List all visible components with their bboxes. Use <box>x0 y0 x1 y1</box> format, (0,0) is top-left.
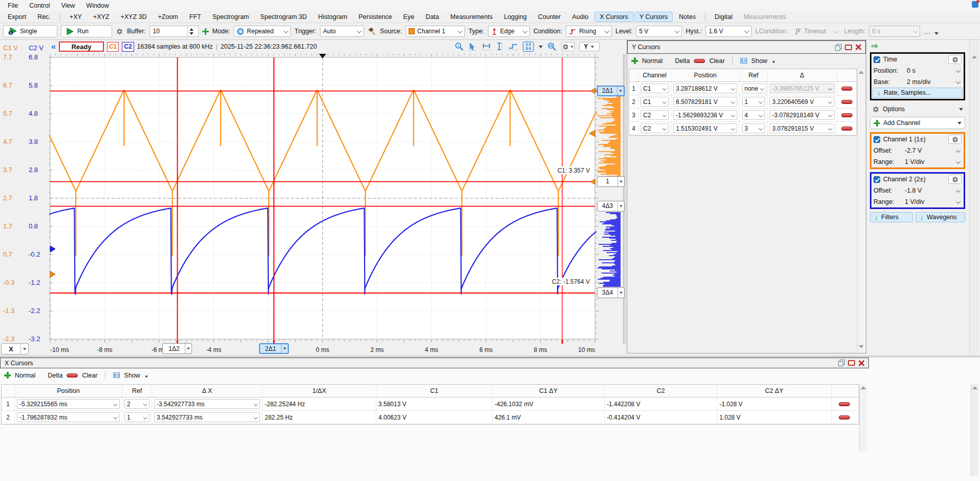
trigger-dropdown[interactable]: Auto <box>320 26 364 37</box>
slope-cursor-icon[interactable] <box>508 43 518 51</box>
show-columns-button[interactable]: Show <box>751 57 767 65</box>
x-axis-menu-button[interactable]: X <box>1 343 29 354</box>
channel2-badge[interactable]: C2 <box>122 42 134 52</box>
tab-spectrogram-3d[interactable]: Spectrogram 3D <box>255 12 312 22</box>
cursor-ref-dropdown[interactable]: 1 <box>122 411 152 424</box>
channel1-offset-dropdown[interactable]: -2.7 V <box>903 145 962 156</box>
show-columns-icon[interactable] <box>113 372 120 378</box>
tab--zoom[interactable]: +Zoom <box>153 12 183 22</box>
tab-histogram[interactable]: Histogram <box>313 12 352 22</box>
scroll-up-icon[interactable] <box>859 71 864 74</box>
cursor-position-dropdown[interactable]: -1.5629893238 V <box>671 109 740 121</box>
remove-cursor-button[interactable] <box>837 82 857 95</box>
run-button[interactable]: Run <box>61 25 112 37</box>
add-mode-icon[interactable] <box>202 28 209 35</box>
tab-x-cursors[interactable]: X Cursors <box>594 12 633 22</box>
undock-icon[interactable] <box>835 44 842 51</box>
hyst-dropdown[interactable]: 1.6 V <box>706 26 752 37</box>
time-base-dropdown[interactable]: 2 ms/div <box>905 77 962 87</box>
remove-cursor-button[interactable] <box>837 122 857 135</box>
add-normal-cursor-button[interactable]: Normal <box>15 372 35 379</box>
show-columns-caret[interactable] <box>772 61 775 64</box>
type-dropdown[interactable]: Edge <box>488 26 530 37</box>
channel1-range-dropdown[interactable]: 1 V/div <box>903 157 962 167</box>
toolbar-overflow-button[interactable]: ... <box>924 28 931 35</box>
tab-rec-[interactable]: Rec. <box>32 12 56 22</box>
clear-cursors-icon[interactable] <box>67 373 78 378</box>
channel1-enabled-checkbox[interactable] <box>874 136 880 143</box>
tab--xyz[interactable]: +XYZ <box>88 12 115 22</box>
tab-logging[interactable]: Logging <box>499 12 532 22</box>
cursor-delta-dropdown[interactable]: 3.078291815 V <box>768 122 837 135</box>
show-columns-button[interactable]: Show <box>124 372 140 379</box>
add-delta-cursor-button[interactable]: Delta <box>48 372 62 379</box>
time-gear-button[interactable] <box>948 55 962 64</box>
add-normal-cursor-button[interactable]: Normal <box>642 57 663 65</box>
maximize-icon[interactable] <box>845 45 852 50</box>
close-icon[interactable] <box>855 44 861 50</box>
filters-button[interactable]: ↓ Filters <box>870 212 913 222</box>
undock-icon[interactable] <box>838 360 845 366</box>
buffer-spin-arrows[interactable] <box>187 26 195 37</box>
toolbar-overflow-caret[interactable] <box>934 32 939 35</box>
history-back-icon[interactable]: « <box>51 42 56 51</box>
tab-audio[interactable]: Audio <box>567 12 593 22</box>
menu-control[interactable]: Control <box>24 1 55 10</box>
cursor-channel-dropdown[interactable]: C1 <box>638 95 671 108</box>
tab-eye[interactable]: Eye <box>398 12 420 22</box>
cursor-channel-dropdown[interactable]: C2 <box>638 122 671 135</box>
y-cursors-scrollbar[interactable] <box>857 69 865 351</box>
y-axis-menu-button[interactable]: Y <box>579 42 600 51</box>
clear-cursors-icon[interactable] <box>694 59 705 63</box>
clear-cursors-button[interactable]: Clear <box>709 57 725 65</box>
buffer-spinbox[interactable]: 10 <box>150 26 199 37</box>
cursor-delta-x-dropdown[interactable]: 3.542927733 ms <box>152 411 263 424</box>
tab-measurements[interactable]: Measurements <box>445 12 498 22</box>
remove-cursor-button[interactable] <box>832 398 857 410</box>
source-dropdown[interactable]: Channel 1 <box>406 26 465 37</box>
cursor-channel-dropdown[interactable]: C1 <box>638 82 671 95</box>
cursor-delta-x-dropdown[interactable]: -3.542927733 ms <box>152 398 263 410</box>
tab-counter[interactable]: Counter <box>533 12 566 22</box>
options-row[interactable]: Options <box>870 103 965 115</box>
cursor-delta-dropdown[interactable]: -3.3985765125 V <box>768 82 837 95</box>
add-normal-cursor-icon[interactable] <box>631 57 638 64</box>
channel2-gear-button[interactable] <box>948 175 962 184</box>
maximize-icon[interactable] <box>848 360 855 366</box>
y-cursor-flag-2Δ1[interactable]: 2Δ1 <box>597 86 625 96</box>
scroll-up-icon[interactable] <box>861 386 866 389</box>
x-cursors-scrollbar[interactable] <box>859 384 867 452</box>
menu-view[interactable]: View <box>55 1 80 10</box>
tab--xy[interactable]: +XY <box>65 12 87 22</box>
cursor-ref-dropdown[interactable]: 3 <box>740 122 768 135</box>
zoom-digits-icon[interactable]: 88 <box>547 42 557 51</box>
time-enabled-checkbox[interactable] <box>874 56 880 63</box>
cursor-ref-dropdown[interactable]: none <box>740 82 768 95</box>
mode-dropdown[interactable]: Repeated <box>233 26 291 37</box>
channel2-offset-dropdown[interactable]: -1.8 V <box>903 185 962 196</box>
y-cursor-flag-3Δ4[interactable]: 3Δ4 <box>597 287 625 298</box>
rate-samples-button[interactable]: ↓ Rate, Samples... <box>872 88 963 98</box>
show-columns-icon[interactable] <box>740 58 747 64</box>
cursor-position-dropdown[interactable]: 3.287188612 V <box>671 82 740 95</box>
cursor-position-dropdown[interactable]: 1.515302491 V <box>671 122 740 135</box>
tab-spectrogram[interactable]: Spectrogram <box>207 12 254 22</box>
remove-cursor-button[interactable] <box>832 411 857 424</box>
tab-fft[interactable]: FFT <box>184 12 206 22</box>
options-caret[interactable] <box>959 108 963 111</box>
zoom-1-icon[interactable]: 1 <box>455 42 464 51</box>
channel2-enabled-checkbox[interactable] <box>874 176 880 183</box>
y-cursor-flag-4Δ3[interactable]: 4Δ3 <box>597 201 625 212</box>
wavegens-button[interactable]: ↓ Wavegens <box>915 212 965 222</box>
single-button[interactable]: 1 Single <box>3 25 57 37</box>
cursor-position-dropdown[interactable]: -1.786287832 ms <box>15 411 122 424</box>
tab-data[interactable]: Data <box>420 12 444 22</box>
channel1-badge[interactable]: C1 <box>107 42 119 52</box>
x-cursors-titlebar[interactable]: X Cursors <box>0 358 869 368</box>
forward-arrow-icon[interactable]: ⇒ <box>871 41 878 51</box>
hammer-icon[interactable] <box>368 27 376 36</box>
tab--xyz-3d[interactable]: +XYZ 3D <box>115 12 152 22</box>
menu-window[interactable]: Window <box>80 1 114 10</box>
cursor-position-dropdown[interactable]: 6.507829181 V <box>671 95 740 108</box>
tab-digital[interactable]: Digital <box>710 12 738 22</box>
